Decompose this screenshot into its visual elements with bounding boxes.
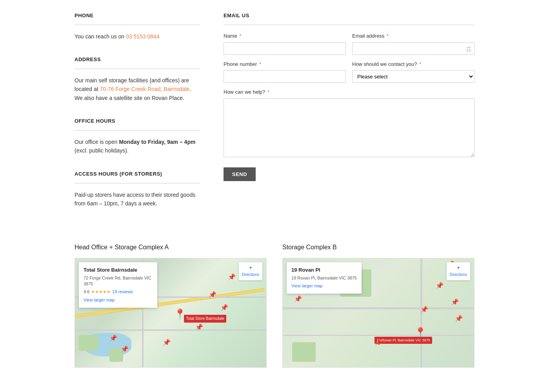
right-column: EMAIL US Name * Email address [224, 12, 474, 223]
email-required: * [387, 33, 389, 39]
map-marker-coles: 📌 [228, 272, 236, 282]
office-before: Our office is open [75, 139, 119, 145]
office-after: (excl. public holidays). [75, 147, 129, 154]
address-title: ADDRESS [75, 56, 200, 64]
name-group: Name * [224, 32, 346, 55]
map-a-directions[interactable]: ➤ Directions [239, 262, 262, 280]
map-b-address: 19 Rovan Pl, Bairnsdale VIC 3875 [291, 275, 357, 281]
map-a-rating-row: 4.6 ★★★★★ 19 reviews [84, 289, 153, 296]
contact-method-group: How should we contact you? * Please sele… [352, 60, 474, 83]
map-marker-eureka: 📌 [209, 290, 216, 300]
form-row-1: Name * Email address * ☷ [224, 32, 474, 55]
phone-group: Phone number * [224, 60, 346, 83]
office-hours-text: Our office is open Monday to Friday, 9am… [75, 138, 200, 155]
map-marker-caravan: 📌 [163, 338, 171, 348]
phone-input[interactable] [224, 70, 346, 83]
phone-title: PHONE [75, 12, 200, 20]
park-1 [79, 335, 98, 351]
phone-divider [75, 25, 200, 25]
help-group: How can we help? * [224, 88, 474, 157]
access-hours-text: Paid-up storers have access to their sto… [75, 191, 200, 208]
road-h-3 [75, 329, 266, 331]
office-hours-title: OFFICE HOURS [75, 117, 200, 125]
map-marker-rovan: 📌 [121, 344, 129, 354]
phone-number[interactable]: 03 5153 0844 [126, 33, 160, 40]
access-hours-divider [75, 183, 200, 183]
phone-intro: You can reach us on [75, 33, 126, 40]
page-wrapper: PHONE You can reach us on 03 5153 0844 A… [59, 0, 490, 379]
map-b-larger-link[interactable]: View larger map [291, 283, 357, 290]
map-a-info-box: Total Store Bairnsdale 72 Forge Creek Rd… [79, 262, 157, 308]
address-link[interactable]: 70-76 Forge Creek Road, Bairnsdale [100, 86, 190, 92]
top-section: PHONE You can reach us on 03 5153 0844 A… [75, 12, 474, 223]
office-bold: Monday to Friday, 9am – 4pm [119, 139, 195, 145]
map-b-marker-tools: 📌 [294, 294, 302, 304]
map-a-directions-icon: ➤ [249, 265, 252, 271]
map-b-title: Storage Complex B [282, 242, 474, 252]
name-required: * [239, 33, 241, 39]
map-b-embed[interactable]: 📍 19 Rovan Pl, Bairnsdale VIC 3875 📌 📌 📌… [282, 258, 474, 368]
access-hours-title: ACCESS HOURS (FOR STORERS) [75, 170, 200, 178]
map-b-info-box: 19 Rovan Pl 19 Rovan Pl, Bairnsdale VIC … [287, 262, 362, 294]
contact-method-label: How should we contact you? * [352, 60, 474, 69]
map-a-col: Head Office + Storage Complex A 📍 Total … [75, 242, 267, 368]
help-textarea[interactable] [224, 98, 474, 157]
map-a-address: 72 Forge Creek Rd, Bairnsdale VIC 3875 [84, 275, 153, 287]
email-input[interactable] [352, 42, 474, 55]
map-b-marker-harvest: 📌 [451, 297, 459, 307]
email-divider [224, 25, 474, 25]
map-a-rating: 4.6 [84, 289, 89, 296]
phone-text: You can reach us on 03 5153 0844 [75, 32, 200, 41]
map-b-road-h2 [283, 335, 474, 336]
left-column: PHONE You can reach us on 03 5153 0844 A… [75, 12, 200, 223]
office-hours-section: OFFICE HOURS Our office is open Monday t… [75, 117, 200, 155]
help-required: * [267, 89, 269, 95]
email-label: Email address * [352, 32, 474, 40]
map-b-pin-label: 19 Rovan Pl, Bairnsdale VIC 3875 [374, 337, 432, 344]
email-input-wrapper: ☷ [352, 42, 474, 55]
map-b-park2 [292, 342, 316, 362]
name-label: Name * [224, 32, 346, 40]
phone-section: PHONE You can reach us on 03 5153 0844 [75, 12, 200, 41]
map-a-embed[interactable]: 📍 Total Store Bairnsdale 📌 📌 📌 📌 📌 📌 📌 T… [75, 258, 267, 368]
email-icon: ☷ [466, 45, 471, 54]
phone-number-label: Phone number * [224, 60, 346, 69]
map-marker-aaa: 📌 [195, 322, 203, 332]
map-b-marker-dyers: 📌 [436, 281, 444, 291]
map-a-store-name: Total Store Bairnsdale [84, 266, 153, 274]
email-group: Email address * ☷ [352, 32, 474, 55]
map-b-store-name: 19 Rovan Pl [291, 266, 357, 274]
map-marker-wide: 📌 [220, 303, 228, 313]
maps-section: Head Office + Storage Complex A 📍 Total … [75, 242, 474, 368]
office-hours-divider [75, 130, 200, 131]
map-b-road-h [283, 307, 474, 309]
map-a-larger-link[interactable]: View larger map [84, 297, 153, 304]
map-b-marker-platinum: 📌 [374, 338, 382, 348]
email-title: EMAIL US [224, 12, 474, 20]
map-b-directions-icon: ➤ [457, 265, 460, 271]
form-row-2: Phone number * How should we contact you… [224, 60, 474, 83]
send-button[interactable]: SEND [224, 167, 256, 181]
map-a-directions-label: Directions [242, 272, 259, 278]
map-b-directions[interactable]: ➤ Directions [447, 262, 470, 280]
map-b-marker-sc: 📌 [420, 305, 428, 315]
name-input[interactable] [224, 42, 346, 55]
map-a-pin-label: Total Store Bairnsdale [184, 315, 226, 323]
contact-form: Name * Email address * ☷ [224, 32, 474, 181]
address-section: ADDRESS Our main self storage facilities… [75, 56, 200, 102]
map-b-marker-vegco: 📌 [455, 314, 463, 324]
map-b-directions-label: Directions [450, 272, 467, 278]
contact-required: * [419, 61, 421, 67]
map-a-stars: ★★★★★ [91, 289, 111, 296]
address-divider [75, 69, 200, 69]
map-marker-bunnings: 📌 [109, 333, 117, 343]
map-b-col: Storage Complex B 📍 19 Rovan Pl, Bairnsd… [282, 242, 474, 368]
phone-required: * [259, 61, 261, 67]
address-text: Our main self storage facilities (and of… [75, 76, 200, 102]
help-label: How can we help? * [224, 88, 474, 96]
map-a-title: Head Office + Storage Complex A [75, 242, 267, 252]
contact-method-select[interactable]: Please select Email Phone [352, 70, 474, 83]
map-a-reviews[interactable]: 19 reviews [112, 289, 133, 296]
access-hours-section: ACCESS HOURS (FOR STORERS) Paid-up store… [75, 170, 200, 208]
